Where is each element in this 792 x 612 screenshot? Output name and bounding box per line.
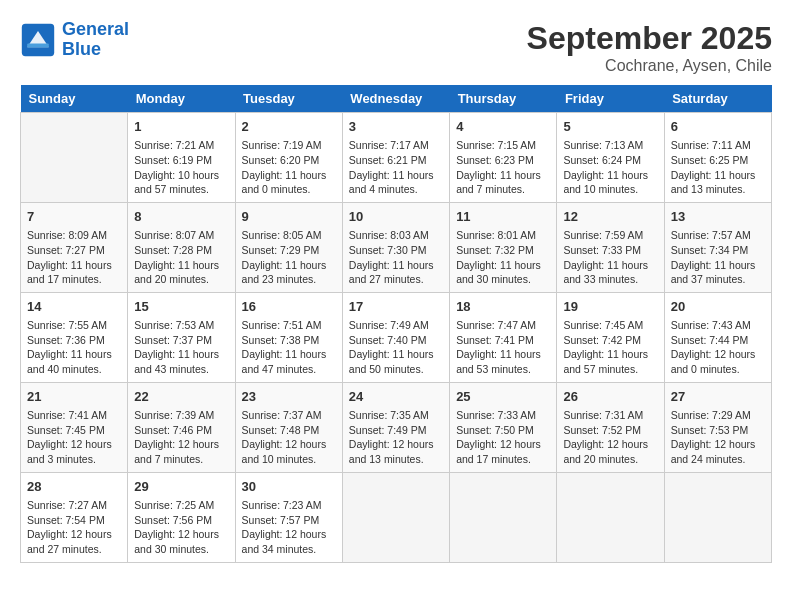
logo: General Blue [20,20,129,60]
date-number: 24 [349,388,443,406]
cell-info: Sunrise: 7:41 AM Sunset: 7:45 PM Dayligh… [27,408,121,467]
week-row-5: 28Sunrise: 7:27 AM Sunset: 7:54 PM Dayli… [21,472,772,562]
date-number: 10 [349,208,443,226]
logo-text: General Blue [62,20,129,60]
calendar-cell: 21Sunrise: 7:41 AM Sunset: 7:45 PM Dayli… [21,382,128,472]
cell-info: Sunrise: 7:55 AM Sunset: 7:36 PM Dayligh… [27,318,121,377]
cell-info: Sunrise: 7:47 AM Sunset: 7:41 PM Dayligh… [456,318,550,377]
date-number: 19 [563,298,657,316]
date-number: 30 [242,478,336,496]
calendar-cell [21,113,128,203]
cell-info: Sunrise: 7:21 AM Sunset: 6:19 PM Dayligh… [134,138,228,197]
calendar-cell: 13Sunrise: 7:57 AM Sunset: 7:34 PM Dayli… [664,202,771,292]
date-number: 25 [456,388,550,406]
calendar-cell: 26Sunrise: 7:31 AM Sunset: 7:52 PM Dayli… [557,382,664,472]
weekday-header-friday: Friday [557,85,664,113]
date-number: 13 [671,208,765,226]
cell-info: Sunrise: 7:53 AM Sunset: 7:37 PM Dayligh… [134,318,228,377]
date-number: 26 [563,388,657,406]
date-number: 18 [456,298,550,316]
calendar-cell: 10Sunrise: 8:03 AM Sunset: 7:30 PM Dayli… [342,202,449,292]
calendar-cell: 17Sunrise: 7:49 AM Sunset: 7:40 PM Dayli… [342,292,449,382]
date-number: 27 [671,388,765,406]
date-number: 28 [27,478,121,496]
date-number: 1 [134,118,228,136]
weekday-header-row: SundayMondayTuesdayWednesdayThursdayFrid… [21,85,772,113]
calendar-cell: 12Sunrise: 7:59 AM Sunset: 7:33 PM Dayli… [557,202,664,292]
cell-info: Sunrise: 7:13 AM Sunset: 6:24 PM Dayligh… [563,138,657,197]
calendar-cell: 2Sunrise: 7:19 AM Sunset: 6:20 PM Daylig… [235,113,342,203]
calendar-cell: 8Sunrise: 8:07 AM Sunset: 7:28 PM Daylig… [128,202,235,292]
cell-info: Sunrise: 7:39 AM Sunset: 7:46 PM Dayligh… [134,408,228,467]
weekday-header-monday: Monday [128,85,235,113]
calendar-cell: 3Sunrise: 7:17 AM Sunset: 6:21 PM Daylig… [342,113,449,203]
calendar-cell: 27Sunrise: 7:29 AM Sunset: 7:53 PM Dayli… [664,382,771,472]
date-number: 8 [134,208,228,226]
weekday-header-thursday: Thursday [450,85,557,113]
cell-info: Sunrise: 7:59 AM Sunset: 7:33 PM Dayligh… [563,228,657,287]
cell-info: Sunrise: 8:01 AM Sunset: 7:32 PM Dayligh… [456,228,550,287]
calendar-cell: 24Sunrise: 7:35 AM Sunset: 7:49 PM Dayli… [342,382,449,472]
cell-info: Sunrise: 7:45 AM Sunset: 7:42 PM Dayligh… [563,318,657,377]
logo-line1: General [62,19,129,39]
cell-info: Sunrise: 8:07 AM Sunset: 7:28 PM Dayligh… [134,228,228,287]
calendar-cell: 14Sunrise: 7:55 AM Sunset: 7:36 PM Dayli… [21,292,128,382]
calendar-cell: 7Sunrise: 8:09 AM Sunset: 7:27 PM Daylig… [21,202,128,292]
cell-info: Sunrise: 8:09 AM Sunset: 7:27 PM Dayligh… [27,228,121,287]
week-row-2: 7Sunrise: 8:09 AM Sunset: 7:27 PM Daylig… [21,202,772,292]
calendar-cell: 4Sunrise: 7:15 AM Sunset: 6:23 PM Daylig… [450,113,557,203]
calendar-cell: 6Sunrise: 7:11 AM Sunset: 6:25 PM Daylig… [664,113,771,203]
calendar-cell: 30Sunrise: 7:23 AM Sunset: 7:57 PM Dayli… [235,472,342,562]
cell-info: Sunrise: 7:49 AM Sunset: 7:40 PM Dayligh… [349,318,443,377]
cell-info: Sunrise: 8:03 AM Sunset: 7:30 PM Dayligh… [349,228,443,287]
weekday-header-wednesday: Wednesday [342,85,449,113]
cell-info: Sunrise: 7:37 AM Sunset: 7:48 PM Dayligh… [242,408,336,467]
calendar-cell [664,472,771,562]
cell-info: Sunrise: 7:35 AM Sunset: 7:49 PM Dayligh… [349,408,443,467]
week-row-3: 14Sunrise: 7:55 AM Sunset: 7:36 PM Dayli… [21,292,772,382]
date-number: 11 [456,208,550,226]
cell-info: Sunrise: 7:15 AM Sunset: 6:23 PM Dayligh… [456,138,550,197]
date-number: 3 [349,118,443,136]
calendar-cell: 18Sunrise: 7:47 AM Sunset: 7:41 PM Dayli… [450,292,557,382]
date-number: 15 [134,298,228,316]
week-row-4: 21Sunrise: 7:41 AM Sunset: 7:45 PM Dayli… [21,382,772,472]
date-number: 6 [671,118,765,136]
cell-info: Sunrise: 7:17 AM Sunset: 6:21 PM Dayligh… [349,138,443,197]
weekday-header-saturday: Saturday [664,85,771,113]
logo-line2: Blue [62,39,101,59]
date-number: 14 [27,298,121,316]
title-block: September 2025 Cochrane, Aysen, Chile [527,20,772,75]
date-number: 7 [27,208,121,226]
cell-info: Sunrise: 7:33 AM Sunset: 7:50 PM Dayligh… [456,408,550,467]
date-number: 12 [563,208,657,226]
cell-info: Sunrise: 7:23 AM Sunset: 7:57 PM Dayligh… [242,498,336,557]
date-number: 5 [563,118,657,136]
cell-info: Sunrise: 7:31 AM Sunset: 7:52 PM Dayligh… [563,408,657,467]
date-number: 17 [349,298,443,316]
calendar-cell: 20Sunrise: 7:43 AM Sunset: 7:44 PM Dayli… [664,292,771,382]
cell-info: Sunrise: 7:43 AM Sunset: 7:44 PM Dayligh… [671,318,765,377]
weekday-header-tuesday: Tuesday [235,85,342,113]
calendar-cell: 25Sunrise: 7:33 AM Sunset: 7:50 PM Dayli… [450,382,557,472]
date-number: 23 [242,388,336,406]
calendar-cell: 1Sunrise: 7:21 AM Sunset: 6:19 PM Daylig… [128,113,235,203]
calendar-cell: 16Sunrise: 7:51 AM Sunset: 7:38 PM Dayli… [235,292,342,382]
calendar-cell [342,472,449,562]
date-number: 22 [134,388,228,406]
calendar-cell [557,472,664,562]
calendar-cell: 19Sunrise: 7:45 AM Sunset: 7:42 PM Dayli… [557,292,664,382]
cell-info: Sunrise: 7:11 AM Sunset: 6:25 PM Dayligh… [671,138,765,197]
cell-info: Sunrise: 7:51 AM Sunset: 7:38 PM Dayligh… [242,318,336,377]
date-number: 4 [456,118,550,136]
month-title: September 2025 [527,20,772,57]
svg-rect-2 [27,43,49,47]
week-row-1: 1Sunrise: 7:21 AM Sunset: 6:19 PM Daylig… [21,113,772,203]
calendar-cell: 9Sunrise: 8:05 AM Sunset: 7:29 PM Daylig… [235,202,342,292]
page-header: General Blue September 2025 Cochrane, Ay… [20,20,772,75]
cell-info: Sunrise: 7:29 AM Sunset: 7:53 PM Dayligh… [671,408,765,467]
weekday-header-sunday: Sunday [21,85,128,113]
calendar-cell: 28Sunrise: 7:27 AM Sunset: 7:54 PM Dayli… [21,472,128,562]
date-number: 20 [671,298,765,316]
calendar-cell [450,472,557,562]
